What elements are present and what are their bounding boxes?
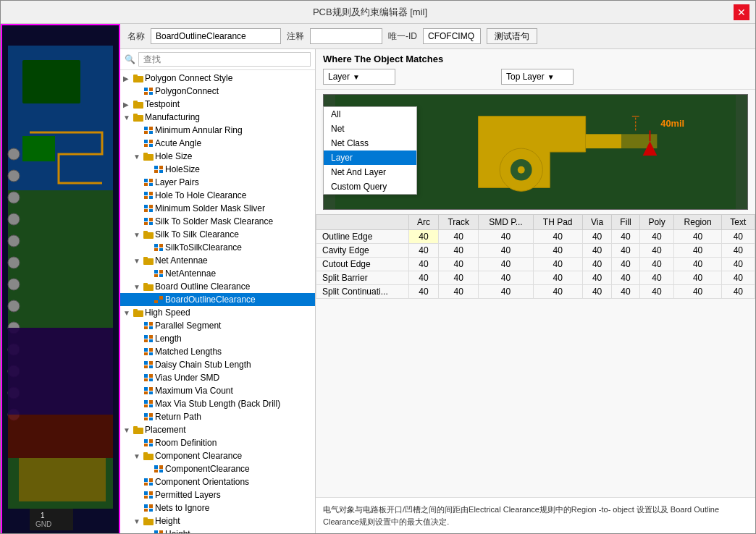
table-cell-smd[interactable]: 40 xyxy=(479,271,533,285)
tree-item-silk-to-solder[interactable]: Silk To Solder Mask Clearance xyxy=(120,215,315,228)
tree-item-height[interactable]: ▼Height xyxy=(120,514,315,527)
table-cell-arc[interactable]: 40 xyxy=(408,258,438,271)
search-input[interactable] xyxy=(138,52,311,67)
table-cell-region[interactable]: 40 xyxy=(674,258,721,271)
table-cell-thpad[interactable]: 40 xyxy=(533,244,582,258)
tree-item-component-orientations[interactable]: Component Orientations xyxy=(120,475,315,488)
table-cell-fill[interactable]: 40 xyxy=(612,258,639,271)
table-cell-text[interactable]: 40 xyxy=(721,271,755,285)
dropdown-item-layer[interactable]: Layer xyxy=(324,151,416,165)
table-cell-track[interactable]: 40 xyxy=(439,244,479,258)
table-cell-text[interactable]: 40 xyxy=(721,230,755,244)
tree-item-silktosilk[interactable]: SilkToSilkClearance xyxy=(120,241,315,254)
table-cell-poly[interactable]: 40 xyxy=(639,258,674,271)
tree-item-min-annular-ring[interactable]: Minimum Annular Ring xyxy=(120,124,315,137)
dropdown-item-custom[interactable]: Custom Query xyxy=(324,179,416,194)
table-row[interactable]: Outline Edge404040404040404040 xyxy=(316,230,755,244)
dropdown-item-net[interactable]: Net xyxy=(324,122,416,136)
test-button[interactable]: 测试语句 xyxy=(487,28,537,44)
tree-item-parallel-segment[interactable]: Parallel Segment xyxy=(120,319,315,332)
tree-item-layer-pairs[interactable]: Layer Pairs xyxy=(120,176,315,189)
table-cell-text[interactable]: 40 xyxy=(721,258,755,271)
tree-item-manufacturing[interactable]: ▼Manufacturing xyxy=(120,111,315,124)
id-input[interactable] xyxy=(423,28,481,44)
table-cell-via[interactable]: 40 xyxy=(582,230,611,244)
table-cell-smd[interactable]: 40 xyxy=(479,244,533,258)
dropdown-layer[interactable]: Top Layer ▼ xyxy=(501,69,574,85)
table-cell-smd[interactable]: 40 xyxy=(479,230,533,244)
table-row[interactable]: Split Barrier404040404040404040 xyxy=(316,271,755,285)
table-cell-fill[interactable]: 40 xyxy=(612,285,639,299)
table-cell-region[interactable]: 40 xyxy=(674,244,721,258)
table-cell-track[interactable]: 40 xyxy=(439,271,479,285)
tree-item-holesize[interactable]: HoleSize xyxy=(120,163,315,176)
table-cell-arc[interactable]: 40 xyxy=(408,285,438,299)
tree-item-matched-lengths[interactable]: Matched Lengths xyxy=(120,345,315,358)
table-cell-poly[interactable]: 40 xyxy=(639,271,674,285)
table-cell-smd[interactable]: 40 xyxy=(479,285,533,299)
table-cell-fill[interactable]: 40 xyxy=(612,230,639,244)
table-cell-region[interactable]: 40 xyxy=(674,271,721,285)
table-cell-poly[interactable]: 40 xyxy=(639,230,674,244)
tree-item-boardoutline[interactable]: BoardOutlineClearance xyxy=(120,293,315,306)
tree-item-max-via-stub[interactable]: Max Via Stub Length (Back Drill) xyxy=(120,397,315,410)
tree-item-vias-under-smd[interactable]: Vias Under SMD xyxy=(120,371,315,384)
tree-item-return-path[interactable]: Return Path xyxy=(120,410,315,423)
tree-item-component-clearance[interactable]: ▼Component Clearance xyxy=(120,449,315,462)
table-row[interactable]: Cutout Edge404040404040404040 xyxy=(316,258,755,271)
tree-item-max-via-count[interactable]: Maximum Via Count xyxy=(120,384,315,397)
table-cell-track[interactable]: 40 xyxy=(439,258,479,271)
table-cell-via[interactable]: 40 xyxy=(582,285,611,299)
table-cell-arc[interactable]: 40 xyxy=(408,244,438,258)
table-cell-via[interactable]: 40 xyxy=(582,258,611,271)
tree-item-polygon-connect-style[interactable]: ▶Polygon Connect Style xyxy=(120,72,315,85)
dropdown-item-all[interactable]: All xyxy=(324,107,416,122)
dropdown-item-netclass[interactable]: Net Class xyxy=(324,136,416,151)
table-cell-thpad[interactable]: 40 xyxy=(533,285,582,299)
comment-input[interactable] xyxy=(310,28,382,44)
tree-item-min-solder-mask[interactable]: Minimum Solder Mask Sliver xyxy=(120,202,315,215)
tree-item-testpoint[interactable]: ▶Testpoint xyxy=(120,98,315,111)
tree-item-room-definition[interactable]: Room Definition xyxy=(120,436,315,449)
table-cell-poly[interactable]: 40 xyxy=(639,285,674,299)
tree-item-board-outline[interactable]: ▼Board Outline Clearance xyxy=(120,280,315,293)
table-cell-text[interactable]: 40 xyxy=(721,285,755,299)
table-cell-track[interactable]: 40 xyxy=(439,285,479,299)
dropdown-menu[interactable]: All Net Net Class Layer Net And Layer Cu… xyxy=(323,106,417,195)
tree-item-length[interactable]: Length xyxy=(120,332,315,345)
table-cell-via[interactable]: 40 xyxy=(582,271,611,285)
table-cell-fill[interactable]: 40 xyxy=(612,271,639,285)
dropdown-type[interactable]: Layer ▼ xyxy=(323,69,395,85)
table-cell-arc[interactable]: 40 xyxy=(408,271,438,285)
table-row[interactable]: Split Continuati...404040404040404040 xyxy=(316,285,755,299)
table-cell-thpad[interactable]: 40 xyxy=(533,258,582,271)
table-cell-track[interactable]: 40 xyxy=(439,230,479,244)
tree-item-hole-to-hole[interactable]: Hole To Hole Clearance xyxy=(120,189,315,202)
table-cell-smd[interactable]: 40 xyxy=(479,258,533,271)
tree-item-acute-angle[interactable]: Acute Angle xyxy=(120,137,315,150)
table-cell-via[interactable]: 40 xyxy=(582,244,611,258)
tree-item-placement[interactable]: ▼Placement xyxy=(120,423,315,436)
tree-item-permitted-layers[interactable]: Permitted Layers xyxy=(120,488,315,501)
dropdown-item-netandlayer[interactable]: Net And Layer xyxy=(324,165,416,179)
tree-item-nets-to-ignore[interactable]: Nets to Ignore xyxy=(120,501,315,514)
close-button[interactable]: ✕ xyxy=(734,4,749,20)
table-cell-thpad[interactable]: 40 xyxy=(533,271,582,285)
table-cell-poly[interactable]: 40 xyxy=(639,244,674,258)
table-cell-thpad[interactable]: 40 xyxy=(533,230,582,244)
table-cell-region[interactable]: 40 xyxy=(674,230,721,244)
tree-item-silk-to-silk[interactable]: ▼Silk To Silk Clearance xyxy=(120,228,315,241)
table-cell-arc[interactable]: 40 xyxy=(408,230,438,244)
tree-item-daisy-chain[interactable]: Daisy Chain Stub Length xyxy=(120,358,315,371)
tree-item-hole-size[interactable]: ▼Hole Size xyxy=(120,150,315,163)
tree-item-componentclearance[interactable]: ComponentClearance xyxy=(120,462,315,475)
tree-item-polygon-connect[interactable]: PolygonConnect xyxy=(120,85,315,98)
tree-item-net-antennae[interactable]: ▼Net Antennae xyxy=(120,254,315,267)
table-cell-fill[interactable]: 40 xyxy=(612,244,639,258)
table-cell-text[interactable]: 40 xyxy=(721,244,755,258)
table-cell-region[interactable]: 40 xyxy=(674,285,721,299)
name-input[interactable] xyxy=(151,28,281,44)
tree-item-height-rule[interactable]: Height xyxy=(120,527,315,533)
tree-item-high-speed[interactable]: ▼High Speed xyxy=(120,306,315,319)
tree-item-netantennae[interactable]: NetAntennae xyxy=(120,267,315,280)
